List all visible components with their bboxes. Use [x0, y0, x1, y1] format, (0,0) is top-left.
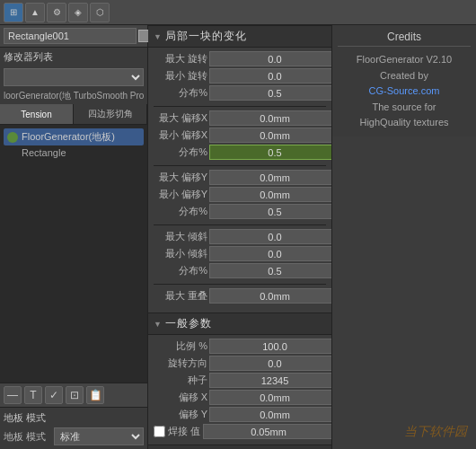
weld-checkbox[interactable]: [154, 426, 165, 437]
min-rot-input[interactable]: [209, 68, 332, 84]
max-oy-label: 最大 偏移Y: [154, 171, 207, 184]
btn-doc[interactable]: 📋: [86, 386, 104, 404]
right-panel: Credits FloorGenerator V2.10 Created by …: [332, 25, 476, 449]
main-layout: 修改器列表 loorGenerator(地 TurboSmooth Pro Te…: [0, 25, 476, 449]
floor-mode-section: 地板 模式 地板 模式 标准 高级: [0, 407, 147, 449]
offset-y-input[interactable]: [209, 407, 332, 422]
section2-header: ▼ 一般参数: [148, 313, 331, 335]
param-row-dist3: 分布% ▲▼: [154, 204, 326, 219]
weld-label: 焊接 值: [168, 425, 200, 438]
btn-check[interactable]: ✓: [45, 386, 63, 404]
left-panel: 修改器列表 loorGenerator(地 TurboSmooth Pro Te…: [0, 25, 148, 449]
min-ox-label: 最小 偏移X: [154, 128, 207, 142]
toolbar-icon-1[interactable]: ⊞: [4, 3, 23, 22]
section2-title: 一般参数: [165, 316, 212, 331]
tilt-group: 最大 倾斜 ▲▼ 最小 倾斜 ▲▼ 分布% ▲▼: [154, 229, 326, 278]
object-name-row: [0, 25, 147, 48]
credits-line1: FloorGenerator V2.10: [338, 52, 471, 68]
overlap-group: 最大 重叠 ▲▼: [154, 288, 326, 304]
max-overlap-input[interactable]: [209, 288, 332, 304]
min-tilt-input[interactable]: [209, 246, 332, 261]
offsetx-group: 最大 偏移X ▲▼ 最小 偏移X ▲▼ 分布% ▲▼: [154, 110, 326, 160]
scale-input[interactable]: [209, 339, 332, 354]
max-rot-label: 最大 旋转: [154, 52, 207, 66]
max-tilt-input[interactable]: [209, 229, 332, 244]
params-section1: 最大 旋转 ▲▼ 最小 旋转 ▲▼ 分布% ▲▼: [148, 48, 331, 313]
param-row-max-tilt: 最大 倾斜 ▲▼: [154, 229, 326, 244]
btn-box[interactable]: ⊡: [66, 386, 84, 404]
param-row-dist2: 分布% ▲▼: [154, 145, 326, 160]
param-offset-x: 偏移 X ▲▼: [154, 390, 326, 405]
offset-y-label: 偏移 Y: [154, 408, 207, 421]
dist1-input[interactable]: [209, 85, 332, 101]
min-oy-input[interactable]: [209, 187, 332, 202]
divider1: [154, 106, 326, 107]
weld-row: 焊接 值 ▲▼: [154, 424, 326, 439]
btn-minus[interactable]: —: [4, 386, 22, 404]
section2-arrow: ▼: [154, 320, 162, 329]
floor-mode-row: 地板 模式 标准 高级: [4, 427, 144, 445]
param-seed: 种子 ▲▼: [154, 373, 326, 388]
section1-arrow: ▼: [154, 32, 162, 41]
min-tilt-label: 最小 倾斜: [154, 247, 207, 260]
max-rot-input[interactable]: [209, 51, 332, 66]
divider4: [154, 284, 326, 285]
dist3-label: 分布%: [154, 205, 207, 218]
section3-header: ▼ UV 设置: [148, 445, 331, 449]
min-ox-input[interactable]: [209, 128, 332, 143]
dist1-label: 分布%: [154, 86, 207, 100]
object-name-input[interactable]: [4, 28, 137, 44]
param-scale: 比例 % ▲▼: [154, 339, 326, 354]
floor-mode-select[interactable]: 标准 高级: [54, 427, 144, 445]
floor-mode-label: 地板 模式: [4, 430, 48, 444]
watermark: 当下软件园: [404, 424, 467, 440]
btn-text[interactable]: T: [24, 386, 42, 404]
param-row-min-ox: 最小 偏移X ▲▼: [154, 128, 326, 143]
rotation-group: 最大 旋转 ▲▼ 最小 旋转 ▲▼ 分布% ▲▼: [154, 51, 326, 101]
tree-item-floorgenerator[interactable]: FloorGenerator(地板): [4, 128, 144, 145]
tab-quad-chamfer[interactable]: 四边形切角: [74, 104, 147, 124]
max-oy-input[interactable]: [209, 170, 332, 185]
param-row-min-oy: 最小 偏移Y ▲▼: [154, 187, 326, 202]
divider2: [154, 165, 326, 166]
section1-header: ▼ 局部一块的变化: [148, 25, 331, 48]
seed-input[interactable]: [209, 373, 332, 388]
credits-line5: HighQuality textures: [338, 115, 471, 131]
tree-item-icon: [7, 132, 18, 143]
toolbar-icon-5[interactable]: ⬡: [90, 3, 110, 22]
rot-dir-label: 旋转方向: [154, 357, 207, 370]
params-section2: 比例 % ▲▼ 旋转方向 ▲▼ 种子 ▲▼ 偏移 X ▲▼ 偏移 Y: [148, 335, 331, 445]
tab-tension[interactable]: Tension: [0, 104, 74, 124]
modifier-dropdown[interactable]: [4, 68, 144, 86]
section1-title: 局部一块的变化: [165, 29, 247, 44]
max-ox-input[interactable]: [209, 110, 332, 126]
param-row-min-rot: 最小 旋转 ▲▼: [154, 68, 326, 84]
credits-line2: Created by: [338, 68, 471, 84]
divider3: [154, 224, 326, 225]
toolbar-icon-2[interactable]: ▲: [25, 3, 45, 22]
dist4-label: 分布%: [154, 264, 207, 277]
credits-body: FloorGenerator V2.10 Created by CG-Sourc…: [338, 52, 471, 131]
max-overlap-label: 最大 重叠: [154, 289, 207, 303]
dist3-input[interactable]: [209, 204, 332, 219]
max-ox-label: 最大 偏移X: [154, 111, 207, 125]
credits-title: Credits: [338, 31, 471, 47]
param-row-max-rot: 最大 旋转 ▲▼: [154, 51, 326, 66]
credits-link[interactable]: CG-Source.com: [338, 84, 471, 100]
param-row-max-ox: 最大 偏移X ▲▼: [154, 110, 326, 126]
param-offset-y: 偏移 Y ▲▼: [154, 407, 326, 422]
seed-label: 种子: [154, 374, 207, 387]
rot-dir-input[interactable]: [209, 356, 332, 371]
weld-input[interactable]: [203, 424, 332, 439]
toolbar-icon-3[interactable]: ⚙: [47, 3, 66, 22]
dist4-input[interactable]: [209, 263, 332, 278]
bottom-toolbar: — T ✓ ⊡ 📋: [0, 383, 147, 407]
offset-x-input[interactable]: [209, 390, 332, 405]
tree-item-rectangle[interactable]: Rectangle: [4, 145, 144, 160]
toolbar-icon-4[interactable]: ◈: [68, 3, 88, 22]
dist2-label: 分布%: [154, 145, 207, 159]
scale-label: 比例 %: [154, 339, 207, 353]
dist2-input[interactable]: [209, 145, 332, 160]
credits-line4: The source for: [338, 100, 471, 116]
max-tilt-label: 最大 倾斜: [154, 230, 207, 243]
